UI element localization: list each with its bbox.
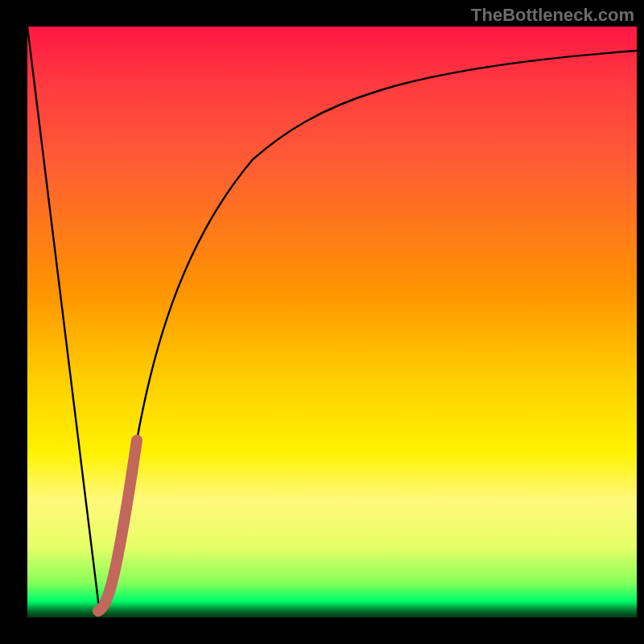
chart-container: TheBottleneck.com — [0, 0, 644, 644]
curve-layer — [27, 27, 637, 617]
optimal-range-highlight — [98, 440, 137, 611]
watermark-text: TheBottleneck.com — [471, 5, 634, 26]
plot-area — [27, 27, 637, 617]
